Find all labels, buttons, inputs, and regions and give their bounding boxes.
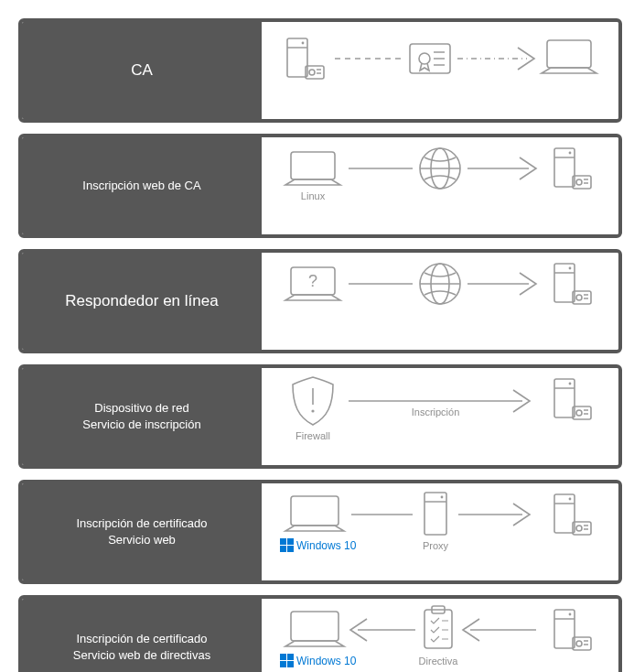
svg-point-40 (311, 409, 314, 412)
svg-rect-13 (547, 40, 591, 68)
svg-point-36 (576, 295, 582, 300)
row-cert-enrollment-web-service: Inscripción de certificado Servicio web … (18, 480, 622, 584)
sub-label-2: Proxy (423, 540, 449, 551)
server-icon (554, 610, 591, 650)
shield-icon (293, 377, 333, 425)
server-icon (554, 264, 591, 304)
svg-rect-51 (287, 538, 294, 545)
row-ca-web-enrollment: Inscripción web de CA Linux (18, 134, 622, 238)
row-content: Windows 10 Directiva (262, 599, 618, 672)
svg-rect-66 (280, 654, 286, 660)
row-title: Respondedor en línea (65, 291, 218, 312)
row-title-1: Inscripción de certificado (76, 515, 207, 532)
svg-rect-32 (554, 264, 575, 302)
svg-point-79 (569, 613, 572, 616)
laptop-question-icon: ? (285, 267, 340, 300)
svg-point-62 (576, 526, 582, 531)
laptop-icon (285, 612, 344, 646)
server-icon (287, 38, 324, 79)
sub-label: Linux (301, 190, 326, 201)
row-title: Inscripción web de CA (82, 178, 200, 194)
svg-point-21 (569, 152, 572, 155)
arrow-right-icon (467, 157, 536, 179)
svg-rect-65 (291, 612, 338, 641)
laptop-icon (285, 152, 340, 185)
svg-point-34 (569, 267, 572, 270)
row-label: Inscripción de certificado Servicio web … (22, 599, 262, 672)
row-title-2: Servicio web (108, 532, 176, 548)
svg-rect-71 (424, 610, 452, 648)
arrow-right-icon (467, 273, 536, 295)
row-label: Inscripción de certificado Servicio web (22, 483, 262, 580)
svg-rect-50 (280, 538, 286, 545)
server-icon (554, 148, 591, 189)
svg-rect-69 (287, 661, 294, 667)
row-title: CA (131, 60, 153, 81)
arrow-left-icon (350, 619, 415, 641)
svg-point-44 (569, 383, 572, 385)
row-title-2: Servicio de inscripción (82, 417, 200, 433)
svg-rect-53 (287, 546, 294, 552)
arrow-right-icon (458, 504, 530, 526)
globe-icon (420, 264, 460, 304)
row-label: Respondedor en línea (22, 253, 262, 350)
laptop-icon (542, 40, 596, 73)
svg-rect-77 (554, 610, 575, 648)
row-ca: CA (18, 18, 622, 123)
row-label: Dispositivo de red Servicio de inscripci… (22, 368, 262, 465)
proxy-server-icon (424, 493, 446, 535)
svg-point-23 (576, 179, 582, 185)
svg-point-8 (419, 53, 430, 64)
row-title-1: Inscripción de certificado (76, 631, 207, 647)
clipboard-icon (424, 606, 452, 648)
svg-text:?: ? (308, 272, 317, 290)
svg-rect-14 (291, 152, 335, 179)
row-content (262, 22, 618, 119)
row-label: CA (22, 22, 262, 119)
svg-rect-68 (280, 661, 286, 667)
sub-label: Firewall (296, 430, 330, 441)
arrow-right-icon (457, 48, 534, 70)
row-title-2: Servicio web de directivas (73, 647, 210, 664)
svg-rect-42 (554, 379, 575, 417)
svg-point-46 (576, 410, 582, 416)
svg-rect-54 (424, 493, 446, 535)
svg-rect-67 (287, 654, 294, 660)
row-content: Firewall Inscripción (262, 368, 618, 465)
svg-point-56 (441, 496, 444, 499)
svg-point-60 (569, 498, 572, 501)
arrow-label: Inscripción (412, 406, 460, 417)
laptop-icon (285, 496, 344, 531)
row-title-1: Dispositivo de red (94, 400, 188, 417)
row-cert-enrollment-policy-web-service: Inscripción de certificado Servicio web … (18, 595, 622, 672)
windows-logo-icon (280, 538, 294, 552)
server-icon (554, 379, 591, 419)
windows-logo-icon (280, 654, 294, 667)
svg-rect-52 (280, 546, 286, 552)
globe-icon (420, 148, 460, 189)
arrow-left-icon (463, 619, 536, 641)
server-icon (554, 494, 591, 535)
svg-rect-58 (554, 494, 575, 533)
svg-point-81 (576, 641, 582, 646)
sub-label: Windows 10 (296, 539, 357, 552)
row-content: Linux (262, 137, 618, 234)
certificate-icon (410, 44, 450, 73)
svg-rect-49 (291, 496, 338, 526)
svg-point-2 (302, 42, 305, 45)
row-label: Inscripción web de CA (22, 137, 262, 234)
row-content: Windows 10 Proxy (262, 483, 618, 580)
row-online-responder: Respondedor en línea ? (18, 249, 622, 353)
row-network-device-enrollment: Dispositivo de red Servicio de inscripci… (18, 364, 622, 469)
sub-label: Windows 10 (296, 655, 357, 667)
svg-rect-19 (554, 148, 575, 187)
sub-label-2: Directiva (419, 656, 459, 667)
svg-rect-0 (287, 38, 307, 77)
svg-point-4 (309, 70, 315, 75)
row-content: ? (262, 253, 618, 350)
